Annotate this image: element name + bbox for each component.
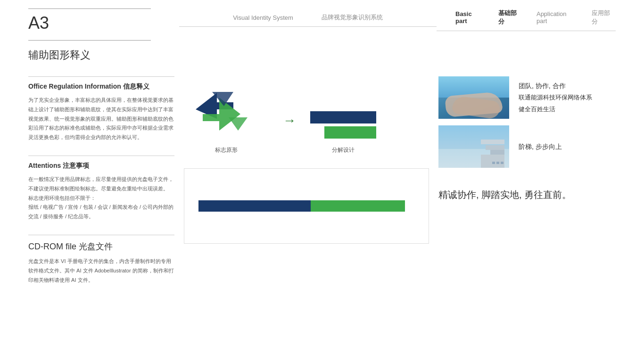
- cdrom-title: CD-ROM file 光盘文件: [28, 235, 174, 252]
- photo1-line3: 健全百姓生活: [519, 105, 592, 115]
- header: A3 Visual Identity System 品牌视觉形象识别系统 Bas…: [0, 0, 644, 32]
- attentions-text3: 报纸 / 电视广告 / 宣传 / 包装 / 会议 / 新闻发布会 / 公司内外部…: [28, 204, 173, 219]
- photo-building: [438, 125, 509, 168]
- banner-green-bar: [311, 200, 405, 212]
- section-title-area: 辅助图形释义: [0, 32, 644, 62]
- attentions-title: Attentions 注意事项: [28, 156, 174, 170]
- svg-marker-3: [229, 117, 248, 131]
- app-part-en: Application part: [537, 10, 578, 25]
- decompose-label: 分解设计: [332, 146, 355, 154]
- attentions-text: 在一般情况下使用品牌标志，应尽量使用提供的光盘电子文件，不建议使用标准制图绘制标…: [28, 175, 174, 222]
- header-center-titles: Visual Identity System 品牌视觉形象识别系统: [233, 13, 383, 22]
- photo2-text: 阶梯, 步步向上: [519, 141, 562, 152]
- logo-section: 标志原形 → 分解设计: [184, 76, 429, 154]
- attentions-text2: 标志使用环境包括但不限于：: [28, 195, 96, 201]
- center-column: 标志原形 → 分解设计: [184, 76, 429, 285]
- cdrom-text: 光盘文件是本 VI 手册电子文件的集合，内含手册制作时的专用软件格式文件。其中 …: [28, 257, 174, 285]
- left-column: Office Regulation Information 信息释义 为了充实企…: [28, 76, 174, 285]
- section-divider-line: [28, 40, 151, 41]
- office-reg-title: Office Regulation Information 信息释义: [28, 76, 174, 91]
- logo-label: 标志原形: [215, 146, 238, 154]
- decompose-blue-rect: [310, 111, 376, 123]
- logo-box: 标志原形: [184, 81, 269, 154]
- decompose-box: 分解设计: [310, 111, 376, 154]
- banner-inner: [198, 192, 414, 220]
- banner-section: [184, 168, 429, 244]
- basic-part-cn: 基础部分: [498, 9, 522, 26]
- right-column: 团队, 协作, 合作 联通能源科技环保网络体系 健全百姓生活: [438, 76, 616, 285]
- header-left: A3: [28, 8, 179, 32]
- logo-svg-container: [184, 81, 269, 142]
- attentions-text1: 在一般情况下使用品牌标志，应尽量使用提供的光盘电子文件，不建议使用标准制图绘制标…: [28, 176, 173, 191]
- vi-subtitle: 品牌视觉形象识别系统: [322, 13, 383, 22]
- decompose-shapes: [310, 111, 376, 139]
- vi-title: Visual Identity System: [233, 14, 293, 21]
- photo1-line2: 联通能源科技环保网络体系: [519, 93, 592, 103]
- office-reg-text: 为了充实企业形象，丰富标志的具体应用，在整体视觉要求的基础上设计了辅助图形和辅助…: [28, 96, 174, 142]
- header-top-line: [28, 8, 151, 9]
- page-id: A3: [28, 15, 179, 32]
- section-title: 辅助图形释义: [28, 48, 616, 62]
- header-right: Basic part 基础部分 Application part 应用部分: [437, 9, 616, 31]
- app-part-cn: 应用部分: [592, 9, 616, 26]
- arrow-right-icon: →: [283, 113, 296, 128]
- basic-part-en: Basic part: [455, 10, 484, 25]
- logo-svg: [186, 83, 266, 140]
- photo-item-handshake: 团队, 协作, 合作 联通能源科技环保网络体系 健全百姓生活: [438, 76, 616, 119]
- main-content: Office Regulation Information 信息释义 为了充实企…: [0, 76, 644, 285]
- photo1-line1: 团队, 协作, 合作: [519, 81, 592, 91]
- photo-handshake: [438, 76, 509, 119]
- motto-text: 精诚协作, 脚踏实地, 勇往直前。: [438, 189, 616, 201]
- photo-item-building: 阶梯, 步步向上: [438, 125, 616, 168]
- header-center: Visual Identity System 品牌视觉形象识别系统: [179, 13, 437, 27]
- photo1-text: 团队, 协作, 合作 联通能源科技环保网络体系 健全百姓生活: [519, 81, 592, 115]
- decompose-green-rect: [324, 126, 376, 139]
